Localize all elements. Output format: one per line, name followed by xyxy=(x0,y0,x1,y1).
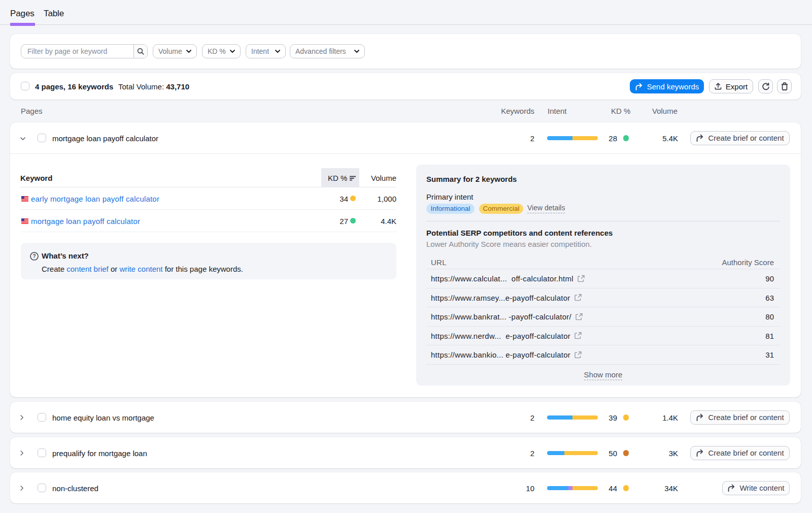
svg-text:?: ? xyxy=(32,253,36,259)
